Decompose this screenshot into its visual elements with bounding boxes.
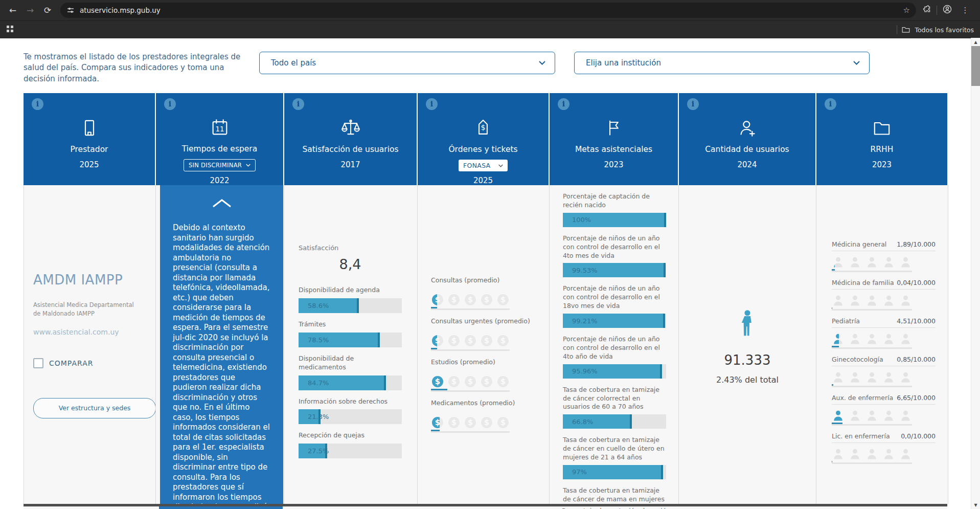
- cell-usuarios: 91.333 2.43% del total: [678, 185, 816, 504]
- bar-track: 58.6%: [299, 298, 402, 313]
- bar-value: 84.7%: [299, 379, 329, 387]
- satisfaction-score: 8,4: [299, 256, 402, 272]
- compare-control[interactable]: COMPARAR: [33, 358, 144, 368]
- chevron-down-icon: [246, 164, 250, 167]
- column-title: Tiempos de espera: [182, 144, 257, 153]
- cell-prestador: AMDM IAMPP Asistencial Medica Departamen…: [24, 185, 155, 504]
- svg-text:$: $: [484, 336, 489, 345]
- tiempos-dropdown[interactable]: SIN DISCRIMINAR: [184, 159, 256, 171]
- bar-fill: 99.21%: [563, 314, 665, 328]
- rrhh-rate: 0,04/10.000: [897, 279, 936, 286]
- chevron-up-icon[interactable]: [173, 198, 270, 210]
- person-rating-fill: [832, 333, 839, 347]
- bar-row: Trámites 78.5%: [299, 320, 402, 347]
- info-icon[interactable]: i: [292, 98, 304, 110]
- svg-text:$: $: [468, 417, 473, 427]
- meta-row: Tasa de cobertura en tamizaje de cáncer …: [563, 486, 666, 504]
- site-settings-icon[interactable]: [66, 6, 75, 14]
- chevron-down-icon: [498, 164, 503, 167]
- meta-row: Porcentaje de niños de un año con contro…: [563, 335, 666, 379]
- url-bar[interactable]: atuservicio.msp.gub.uy ☆: [60, 3, 916, 18]
- vertical-scrollbar[interactable]: ▲ ▼: [971, 38, 980, 509]
- person-rating-fill: [832, 256, 835, 271]
- bar-value: 99.21%: [563, 317, 598, 325]
- person-rating: [832, 333, 912, 349]
- chevron-down-icon: [539, 61, 545, 65]
- person-rating: [832, 448, 912, 464]
- column-title: Cantidad de usuarios: [705, 145, 789, 154]
- fonasa-dropdown[interactable]: FONASA: [459, 160, 508, 171]
- region-select[interactable]: Todo el país: [259, 52, 555, 74]
- provider-website-link[interactable]: www.asistencial.com.uy: [33, 328, 119, 336]
- bar-fill: 27.5%: [299, 444, 327, 458]
- structure-button[interactable]: Ver estructura y sedes: [33, 398, 155, 418]
- bar-label: Porcentaje de captación de recién nacido: [549, 506, 678, 509]
- meta-row: Porcentaje de captación de recién nacido…: [563, 192, 666, 227]
- bar-label: Porcentaje de niños de un año con contro…: [563, 234, 666, 260]
- scrollbar-thumb[interactable]: [971, 46, 980, 86]
- person-add-icon: [737, 117, 758, 138]
- all-bookmarks[interactable]: Todos los favoritos: [897, 25, 974, 34]
- folder-icon: [872, 117, 892, 138]
- tiempos-note-box: [159, 506, 283, 509]
- forward-icon[interactable]: →: [22, 3, 38, 18]
- info-icon[interactable]: i: [426, 98, 438, 110]
- bar-row: Disponibilidad de medicamentos 84.7%: [299, 355, 402, 390]
- scroll-up-icon[interactable]: ▲: [971, 38, 980, 46]
- region-select-value: Todo el país: [271, 58, 316, 68]
- person-rating: [832, 294, 912, 311]
- info-icon[interactable]: i: [558, 98, 569, 110]
- bookmark-star-icon[interactable]: ☆: [903, 6, 910, 15]
- bar-track: 84.7%: [299, 375, 402, 390]
- tiempos-note-box: Debido al contexto sanitario han surgido…: [160, 185, 283, 504]
- column-year: 2025: [473, 176, 493, 185]
- svg-text:$: $: [468, 295, 473, 304]
- info-icon[interactable]: i: [687, 98, 699, 110]
- column-title: Prestador: [71, 145, 108, 154]
- rrhh-row: Aux. de enfermería6,65/10.000: [832, 394, 936, 426]
- svg-text:$: $: [451, 295, 457, 304]
- profile-icon[interactable]: [942, 4, 952, 16]
- rrhh-row: Pediatría4,51/10.000: [832, 317, 936, 349]
- bar-track: 66.8%: [563, 414, 666, 429]
- rrhh-label: Ginecotocología: [832, 356, 883, 363]
- info-icon[interactable]: i: [32, 98, 43, 110]
- info-icon[interactable]: i: [825, 98, 836, 110]
- bar-track: 27.5%: [299, 444, 402, 458]
- rrhh-rate: 4,51/10.000: [897, 317, 936, 325]
- bar-fill: 78.5%: [299, 333, 380, 347]
- cell-tiempos: Debido al contexto sanitario han surgido…: [155, 185, 284, 504]
- provider-row: AMDM IAMPP Asistencial Medica Departamen…: [24, 185, 948, 504]
- ordenes-label: Estudios (promedio): [431, 358, 536, 367]
- apps-grid-icon[interactable]: [6, 25, 14, 35]
- svg-text:$: $: [468, 336, 473, 345]
- bar-value: 66.8%: [563, 418, 593, 426]
- bar-fill: 99.53%: [563, 263, 666, 277]
- header-rrhh: i RRHH 2023: [815, 93, 947, 185]
- bar-row: Recepción de quejas 27.5%: [299, 431, 402, 458]
- scroll-down-icon[interactable]: ▼: [971, 501, 980, 509]
- institution-select-value: Elija una institución: [586, 58, 661, 68]
- header-satisfaccion: i Satisfacción de usuarios 2017: [283, 93, 417, 185]
- institution-select[interactable]: Elija una institución: [574, 52, 870, 74]
- person-rating-fill: [832, 294, 832, 309]
- extensions-icon[interactable]: [922, 5, 931, 16]
- back-icon[interactable]: ←: [5, 3, 20, 18]
- coin-rating-fill: $$$$$: [431, 293, 437, 308]
- url-text[interactable]: atuservicio.msp.gub.uy: [80, 6, 898, 14]
- provider-name: AMDM IAMPP: [33, 272, 144, 287]
- info-icon[interactable]: i: [164, 98, 176, 110]
- bar-label: Tasa de cobertura en tamizaje de cáncer …: [563, 386, 666, 412]
- reload-icon[interactable]: ⟳: [40, 3, 55, 18]
- bar-fill: 21.3%: [299, 409, 321, 424]
- person-icon: [739, 309, 756, 341]
- peek-usuarios: [678, 506, 815, 509]
- peek-tiempos: [155, 506, 283, 509]
- provider-full-name: Asistencial Medica Departamental de Mald…: [33, 301, 135, 319]
- compare-checkbox[interactable]: [33, 358, 43, 368]
- ordenes-row: Consultas urgentes (promedio) $$$$$ $$$$…: [431, 317, 536, 351]
- bar-track: 99.53%: [563, 263, 666, 277]
- svg-text:$: $: [451, 377, 457, 386]
- menu-icon[interactable]: ⋮: [958, 3, 973, 18]
- bar-track: 97%: [563, 465, 666, 479]
